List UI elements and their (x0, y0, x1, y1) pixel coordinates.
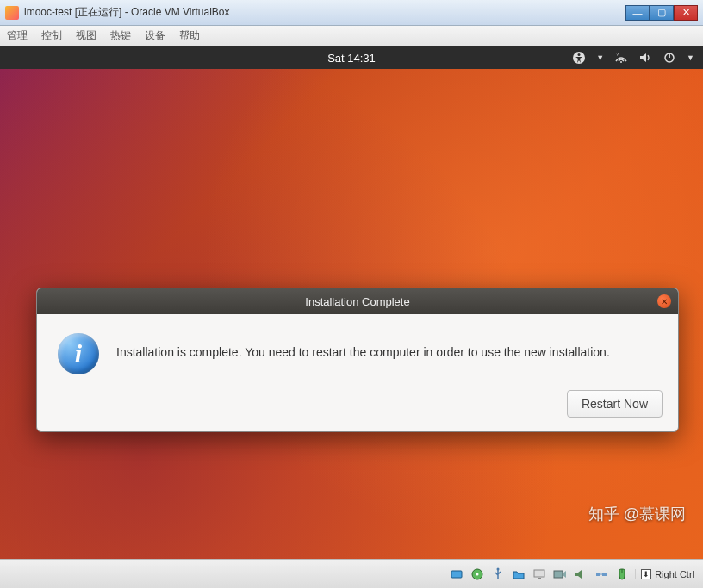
usb-icon[interactable] (490, 566, 506, 582)
menu-devices[interactable]: 设备 (145, 28, 165, 43)
virtualbox-menubar: 管理 控制 视图 热键 设备 帮助 (0, 26, 703, 46)
svg-rect-13 (596, 573, 600, 576)
network-status-icon[interactable] (594, 566, 609, 582)
svg-point-8 (476, 573, 479, 575)
volume-icon[interactable] (638, 51, 652, 65)
svg-point-2 (620, 61, 622, 63)
virtualbox-statusbar: ⬇ Right Ctrl (0, 559, 703, 588)
svg-point-1 (578, 53, 581, 56)
svg-rect-14 (602, 573, 607, 576)
svg-rect-10 (534, 570, 544, 577)
installation-complete-dialog: Installation Complete ✕ i Installation i… (36, 288, 679, 432)
dialog-close-button[interactable]: ✕ (657, 294, 671, 308)
chevron-down-icon[interactable]: ▼ (687, 53, 694, 62)
network-icon[interactable]: ? (614, 51, 628, 65)
menu-view[interactable]: 视图 (76, 28, 96, 43)
info-icon: i (58, 333, 99, 374)
close-button[interactable]: ✕ (674, 5, 698, 21)
chevron-down-icon[interactable]: ▼ (596, 53, 604, 62)
window-controls: — ▢ ✕ (625, 5, 698, 21)
menu-hotkeys[interactable]: 热键 (110, 28, 131, 43)
svg-text:?: ? (616, 52, 619, 57)
mouse-integration-icon[interactable] (614, 566, 630, 582)
power-icon[interactable] (663, 51, 676, 65)
host-key-indicator[interactable]: ⬇ Right Ctrl (635, 569, 694, 579)
minimize-button[interactable]: — (625, 5, 650, 21)
host-key-arrow-icon: ⬇ (641, 569, 651, 579)
clock[interactable]: Sat 14:31 (327, 52, 376, 65)
dialog-message: Installation is complete. You need to re… (116, 333, 610, 359)
dialog-actions: Restart Now (37, 390, 678, 431)
dialog-titlebar[interactable]: Installation Complete ✕ (37, 288, 678, 314)
menu-manage[interactable]: 管理 (7, 28, 28, 43)
optical-disk-icon[interactable] (470, 566, 485, 582)
menu-control[interactable]: 控制 (41, 28, 62, 43)
app-icon (5, 6, 19, 20)
svg-rect-11 (538, 578, 541, 579)
menu-help[interactable]: 帮助 (179, 28, 200, 43)
ubuntu-topbar: Sat 14:31 ▼ ? ▼ (0, 46, 703, 69)
svg-point-9 (497, 567, 500, 570)
window-titlebar: imooc-test [正在运行] - Oracle VM VirtualBox… (0, 0, 703, 26)
maximize-button[interactable]: ▢ (650, 5, 674, 21)
dialog-body: i Installation is complete. You need to … (37, 314, 678, 390)
recording-icon[interactable] (552, 566, 568, 582)
guest-display[interactable]: Sat 14:31 ▼ ? ▼ Installation Complete ✕ … (0, 46, 703, 559)
system-tray: ▼ ? ▼ (572, 51, 694, 65)
dialog-title: Installation Complete (305, 295, 409, 308)
svg-rect-12 (554, 571, 563, 578)
host-key-label: Right Ctrl (655, 569, 694, 579)
accessibility-icon[interactable] (572, 51, 586, 65)
watermark: 知乎 @慕课网 (588, 504, 686, 524)
display-icon[interactable] (532, 566, 547, 582)
window-title: imooc-test [正在运行] - Oracle VM VirtualBox (24, 5, 625, 20)
svg-rect-6 (451, 571, 462, 578)
audio-status-icon[interactable] (573, 566, 588, 582)
shared-folders-icon[interactable] (511, 566, 526, 582)
hard-disk-icon[interactable] (449, 566, 464, 582)
restart-now-button[interactable]: Restart Now (567, 390, 663, 418)
